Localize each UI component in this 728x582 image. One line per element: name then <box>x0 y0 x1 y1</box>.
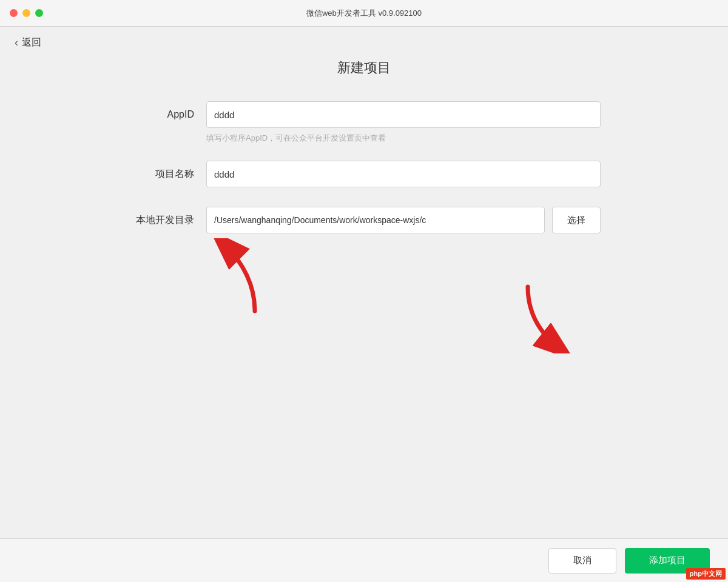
project-name-label: 项目名称 <box>127 168 206 181</box>
form-container: 新建项目 AppID 填写小程序AppID，可在公众平台开发设置页中查看 项目名… <box>0 59 728 538</box>
arrows-area <box>127 232 601 341</box>
back-chevron-icon: ‹ <box>15 36 18 49</box>
arrow-dir-icon <box>206 238 279 317</box>
main-content: ‹ 返回 新建项目 AppID 填写小程序AppID，可在公众平台开发设置页中查… <box>0 27 728 582</box>
form-wrapper: AppID 填写小程序AppID，可在公众平台开发设置页中查看 项目名称 本地开… <box>127 101 601 341</box>
phpczw-badge: php中文网 <box>686 568 726 580</box>
spacer <box>127 192 601 207</box>
close-button[interactable] <box>10 9 18 17</box>
appid-hint: 填写小程序AppID，可在公众平台开发设置页中查看 <box>206 133 386 144</box>
dir-input-wrapper: 选择 <box>206 207 601 233</box>
page-title: 新建项目 <box>337 59 391 77</box>
appid-row: AppID <box>127 101 601 128</box>
arrow-add-icon <box>516 281 576 353</box>
bottom-bar: 取消 添加项目 <box>0 538 728 582</box>
title-bar: 微信web开发者工具 v0.9.092100 <box>0 0 728 27</box>
project-name-input[interactable] <box>206 161 601 187</box>
appid-input[interactable] <box>206 101 601 128</box>
select-dir-button[interactable]: 选择 <box>552 207 601 233</box>
back-button[interactable]: ‹ 返回 <box>0 27 56 59</box>
project-name-row: 项目名称 <box>127 161 601 187</box>
minimize-button[interactable] <box>22 9 30 17</box>
maximize-button[interactable] <box>35 9 43 17</box>
dir-row: 本地开发目录 选择 <box>127 207 601 233</box>
appid-label: AppID <box>127 109 206 120</box>
dir-label: 本地开发目录 <box>127 214 206 227</box>
window-controls <box>10 9 43 17</box>
back-label: 返回 <box>22 36 41 49</box>
cancel-button[interactable]: 取消 <box>548 548 616 574</box>
dir-input[interactable] <box>206 207 545 233</box>
window-title: 微信web开发者工具 v0.9.092100 <box>306 8 422 19</box>
appid-hint-row: 填写小程序AppID，可在公众平台开发设置页中查看 <box>127 133 601 144</box>
